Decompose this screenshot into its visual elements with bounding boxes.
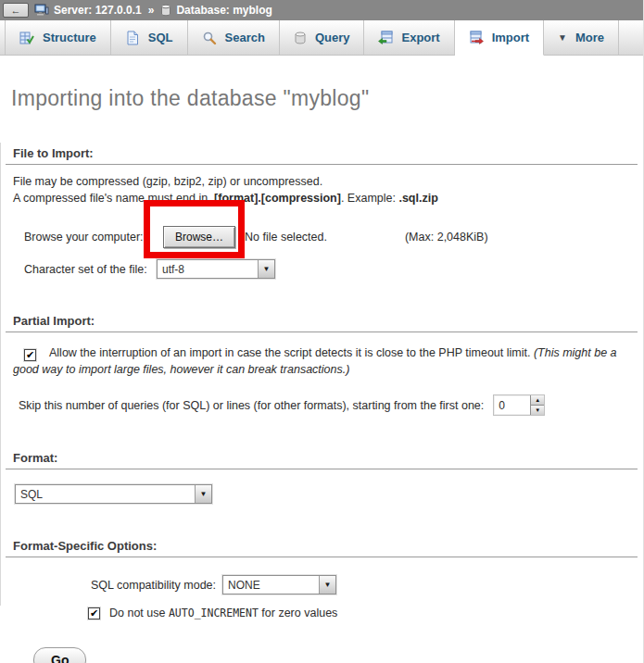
sql-compatibility-value: NONE xyxy=(223,579,319,592)
compat-dropdown-arrow-icon: ▼ xyxy=(319,576,335,594)
section-format: Format: xyxy=(6,451,638,469)
tab-sql[interactable]: SQL xyxy=(111,20,188,55)
compression-info-line2: A compressed file's name must end in .[f… xyxy=(13,191,638,206)
main-content: Importing into the database "myblog" Fil… xyxy=(0,86,643,663)
charset-row: Character set of the file: utf-8 ▼ xyxy=(24,259,638,279)
page-title: Importing into the database "myblog" xyxy=(11,86,638,111)
spinner-up-icon[interactable]: ▲ xyxy=(531,395,544,406)
section-file-to-import: File to Import: xyxy=(6,146,638,165)
tab-export[interactable]: Export xyxy=(364,20,454,55)
section-partial-import: Partial Import: xyxy=(6,314,638,332)
line2-mid: . Example: xyxy=(341,192,399,205)
line2-example-token: .sql.zip xyxy=(398,192,437,205)
zero-values-checkbox[interactable]: ✔ xyxy=(88,607,100,619)
browse-row: Browse your computer: Browse… No file se… xyxy=(24,226,638,248)
back-arrow-icon: ← xyxy=(11,5,21,16)
skip-queries-row: Skip this number of queries (for SQL) or… xyxy=(19,394,638,416)
sql-compatibility-select[interactable]: NONE ▼ xyxy=(222,575,336,594)
breadcrumb-separator: » xyxy=(148,4,155,17)
zero-values-row: ✔ Do not use AUTO_INCREMENT for zero val… xyxy=(88,607,638,619)
tab-export-label: Export xyxy=(401,31,439,44)
breadcrumb-server[interactable]: Server: 127.0.0.1 xyxy=(34,4,142,17)
breadcrumb-bar: ← Server: 127.0.0.1 » Database: myblog xyxy=(0,0,643,20)
charset-dropdown-arrow-icon: ▼ xyxy=(258,260,274,278)
zero-label-code: AUTO_INCREMENT xyxy=(169,607,259,619)
tab-import[interactable]: Import xyxy=(455,20,544,56)
tab-query[interactable]: Query xyxy=(280,20,365,55)
section-format-options: Format-Specific Options: xyxy=(6,539,638,557)
charset-select-value: utf-8 xyxy=(158,263,258,276)
zero-label-suffix: for zero values xyxy=(259,607,337,619)
format-dropdown-arrow-icon: ▼ xyxy=(195,485,211,503)
browse-button[interactable]: Browse… xyxy=(163,226,235,248)
allow-interruption-checkbox[interactable]: ✔ xyxy=(24,349,36,361)
structure-icon xyxy=(19,31,34,45)
more-chevron-icon: ▼ xyxy=(558,32,567,43)
tab-bar: Structure SQL Search Query xyxy=(0,20,643,56)
database-icon xyxy=(160,4,171,17)
import-icon xyxy=(469,31,484,45)
check-icon: ✔ xyxy=(90,607,98,619)
zero-values-label: Do not use AUTO_INCREMENT for zero value… xyxy=(109,607,337,619)
export-icon xyxy=(378,31,393,45)
breadcrumb-database-label: Database: myblog xyxy=(176,4,271,17)
skip-queries-spinner[interactable]: ▲ ▼ xyxy=(530,395,544,415)
check-icon: ✔ xyxy=(26,346,34,363)
sql-icon xyxy=(125,31,140,45)
skip-queries-input[interactable]: 0 ▲ ▼ xyxy=(493,394,545,416)
allow-interruption-row: ✔Allow the interruption of an import in … xyxy=(13,344,638,378)
charset-label: Character set of the file: xyxy=(24,263,157,276)
sql-compatibility-row: SQL compatibility mode: NONE ▼ xyxy=(91,575,638,594)
compression-info-line1: File may be compressed (gzip, bzip2, zip… xyxy=(13,174,638,190)
query-icon xyxy=(294,31,307,45)
zero-label-prefix: Do not use xyxy=(109,607,169,619)
search-icon xyxy=(202,31,217,45)
format-select-value: SQL xyxy=(16,488,195,501)
max-size-note: (Max: 2,048KiB) xyxy=(405,231,488,244)
tab-more-label: More xyxy=(575,31,604,44)
skip-queries-value: 0 xyxy=(494,395,530,415)
tab-search[interactable]: Search xyxy=(188,20,280,55)
tab-more[interactable]: ▼ More xyxy=(544,20,619,55)
server-icon xyxy=(34,4,49,17)
browse-label: Browse your computer: xyxy=(24,231,163,244)
spinner-down-icon[interactable]: ▼ xyxy=(531,406,544,415)
line2-prefix: A compressed file's name must end in xyxy=(13,192,211,205)
tab-import-label: Import xyxy=(492,31,529,44)
format-select[interactable]: SQL ▼ xyxy=(15,484,212,504)
skip-queries-label: Skip this number of queries (for SQL) or… xyxy=(19,399,484,412)
go-button[interactable]: Go xyxy=(33,647,86,663)
sql-compatibility-label: SQL compatibility mode: xyxy=(91,579,216,592)
panel-left-border xyxy=(0,143,1,606)
charset-select[interactable]: utf-8 ▼ xyxy=(157,259,275,279)
back-button[interactable]: ← xyxy=(3,3,29,18)
breadcrumb-database[interactable]: Database: myblog xyxy=(160,4,271,17)
line2-format-token: .[format].[compression] xyxy=(211,192,341,205)
allow-interruption-label: Allow the interruption of an import in c… xyxy=(49,346,534,359)
breadcrumb-server-label: Server: 127.0.0.1 xyxy=(54,4,142,17)
tab-structure-label: Structure xyxy=(43,31,96,44)
tab-query-label: Query xyxy=(315,31,350,44)
tab-search-label: Search xyxy=(225,31,265,44)
no-file-selected-text: No file selected. xyxy=(245,231,327,244)
tab-sql-label: SQL xyxy=(148,31,173,44)
tab-structure[interactable]: Structure xyxy=(5,20,111,55)
